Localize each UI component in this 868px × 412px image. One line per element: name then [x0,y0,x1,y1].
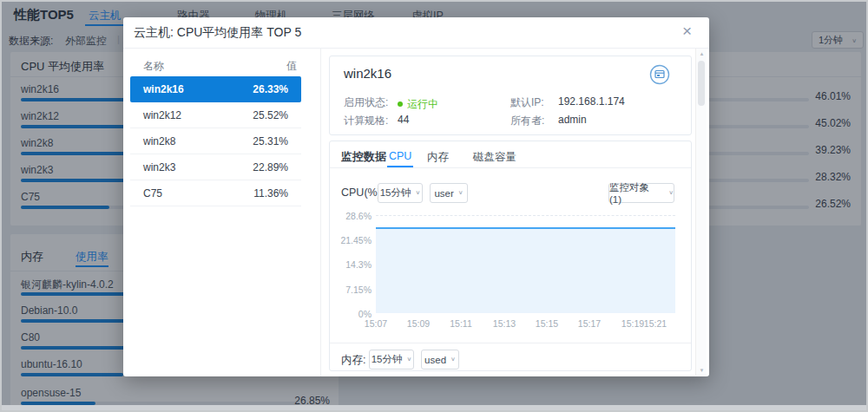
scrollbar-thumb[interactable] [698,61,705,106]
memory-metric-select[interactable]: used∨ [421,350,459,369]
divider [330,343,691,343]
list-item-value: 25.31% [253,135,288,147]
monitor-data-card: 监控数据 CPU 内存 磁盘容量 CPU(%): 15分钟∨ user∨ 监控对… [329,141,692,371]
owner-label: 所有者: [510,114,544,128]
cpu-interval-value: 15分钟 [380,186,411,199]
x-axis-tick: 15:17 [568,318,611,329]
monitor-section-label: 监控数据 [341,149,386,165]
host-name: win2k16 [344,66,391,81]
owner-value: admin [558,114,587,126]
list-item-win2k3[interactable]: win2k3 22.89% [130,154,301,180]
cpu-top5-modal: 云主机: CPU平均使用率 TOP 5 × 名称 值 win2k16 26.33… [123,17,709,376]
gridline [376,215,675,216]
divider [320,48,321,376]
cpu-metric-value: user [434,188,453,199]
spec-value: 44 [398,114,409,126]
chevron-down-icon: ∨ [406,356,411,363]
y-axis-tick: 21.45% [332,235,372,245]
close-icon[interactable]: × [682,24,692,38]
list-item-c75[interactable]: C75 11.36% [130,180,301,206]
console-icon[interactable] [649,64,670,85]
list-item-win2k16[interactable]: win2k16 26.33% [130,76,301,102]
y-axis-tick: 28.6% [332,211,372,221]
memory-interval-select[interactable]: 15分钟∨ [369,350,414,369]
list-item-value: 22.89% [253,161,288,173]
list-item-name: win2k12 [143,109,181,121]
list-item-value: 25.52% [253,109,288,121]
monitor-objects-select[interactable]: 监控对象 (1)∨ [608,183,674,203]
status-dot-icon [398,101,403,107]
spec-label: 计算规格: [344,114,388,128]
host-detail-card: win2k16 启用状态: 运行中 默认IP: 192.168.1.174 计算… [329,56,692,135]
x-axis-tick: 15:15 [525,318,569,329]
cpu-usage-chart[interactable] [376,215,675,313]
chevron-down-icon: ∨ [458,190,464,196]
list-header-value: 值 [253,59,297,74]
chevron-down-icon: ∨ [668,190,674,196]
scroll-down-icon[interactable]: ▼ [696,368,707,373]
cpu-interval-select[interactable]: 15分钟∨ [378,183,423,203]
ip-label: 默认IP: [510,95,544,110]
memory-interval-value: 15分钟 [372,353,403,366]
list-item-win2k12[interactable]: win2k12 25.52% [130,102,301,128]
x-axis-tick: 15:07 [354,318,398,329]
ip-value: 192.168.1.174 [558,95,625,108]
y-axis-tick: 7.15% [332,284,372,295]
monitor-tab-cpu[interactable]: CPU [389,150,411,162]
memory-metric-label: 内存: [341,353,365,368]
x-axis-tick: 15:21 [634,318,677,329]
y-axis-tick: 14.3% [332,259,372,270]
x-axis-tick: 15:11 [439,318,483,329]
list-item-value: 26.33% [253,83,288,95]
monitor-objects-value: 监控对象 (1) [609,181,664,205]
monitor-tab-memory[interactable]: 内存 [427,150,449,165]
status-text: 运行中 [407,98,438,110]
chevron-down-icon: ∨ [415,190,420,196]
x-axis-tick: 15:09 [397,318,440,329]
memory-metric-value: used [424,355,446,365]
cpu-metric-select[interactable]: user∨ [430,183,468,203]
list-item-name: C75 [143,187,162,199]
status-label: 启用状态: [344,95,388,110]
modal-scrollbar[interactable]: ▲ ▼ [695,49,707,376]
modal-title: 云主机: CPU平均使用率 TOP 5 [134,25,301,41]
list-item-name: win2k3 [143,161,175,173]
chart-area-fill [376,227,675,313]
divider [123,48,709,49]
status-badge: 运行中 [398,95,438,112]
list-item-name: win2k16 [143,83,184,95]
list-header-name: 名称 [143,59,164,74]
list-item-value: 11.36% [253,187,288,199]
x-axis-tick: 15:13 [483,318,526,329]
chevron-down-icon: ∨ [450,356,456,363]
monitor-tab-disk[interactable]: 磁盘容量 [473,150,516,165]
app-window: 性能TOP5 云主机 路由器 物理机 三层网络 虚拟IP 数据来源: 外部监控 … [0,0,868,412]
divider [330,167,691,168]
scroll-up-icon[interactable]: ▲ [696,51,707,56]
list-item-win2k8[interactable]: win2k8 25.31% [130,128,301,154]
window-chrome-bottom [2,405,866,410]
list-item-name: win2k8 [143,135,175,147]
